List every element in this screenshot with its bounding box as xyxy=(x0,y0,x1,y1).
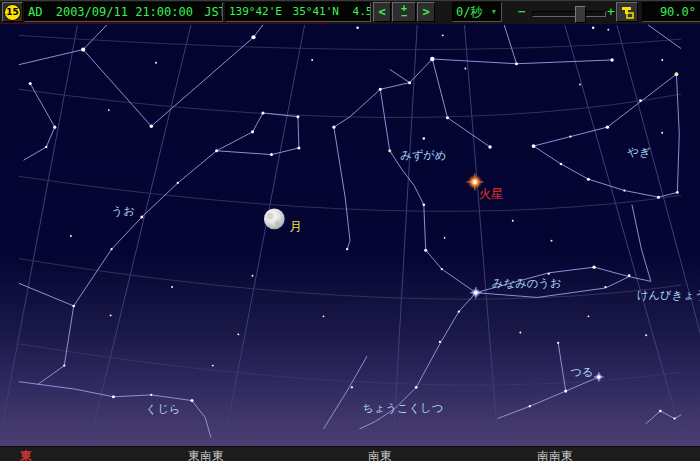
star xyxy=(215,149,218,152)
grid-line-horizontal xyxy=(19,259,681,300)
star xyxy=(423,137,425,139)
star xyxy=(53,126,56,129)
constellation-line xyxy=(334,89,380,249)
star xyxy=(150,394,152,396)
star xyxy=(548,273,550,275)
star xyxy=(424,249,427,252)
latitude-value: 35°41'N xyxy=(293,5,339,18)
constellation-label: みずがめ xyxy=(400,148,446,162)
zoom-slider-thumb[interactable] xyxy=(575,6,586,23)
star xyxy=(532,144,536,148)
step-minus-label[interactable]: − xyxy=(401,12,407,20)
star xyxy=(519,332,521,334)
star xyxy=(155,62,157,64)
star xyxy=(579,84,581,86)
grid-line-vertical xyxy=(464,25,497,438)
grid-line-vertical xyxy=(394,25,418,438)
zoom-out-label[interactable]: − xyxy=(518,4,526,19)
star xyxy=(190,399,193,402)
constellation-line xyxy=(324,356,368,429)
star xyxy=(171,286,173,288)
datetime-value: 2003/09/11 21:00:00 xyxy=(56,5,193,19)
star xyxy=(323,315,325,317)
star xyxy=(512,220,514,222)
elevation-value: 4.5 xyxy=(353,5,371,18)
animation-speed-display[interactable]: 0/秒 ▼ xyxy=(452,2,502,22)
star xyxy=(604,286,606,288)
direction-east: 東 xyxy=(20,448,32,461)
star xyxy=(346,248,348,250)
star xyxy=(444,237,446,239)
fov-display[interactable]: 90.0° xyxy=(642,2,700,22)
constellation-label: みなみのうお xyxy=(492,276,562,290)
constellation-line xyxy=(534,74,677,146)
star xyxy=(296,115,299,118)
star xyxy=(408,81,411,84)
star xyxy=(458,311,460,313)
star xyxy=(261,111,264,114)
grid-line-vertical xyxy=(617,25,700,438)
star xyxy=(675,72,679,76)
constellation-label: つる xyxy=(570,365,593,379)
time-step-forward-button[interactable]: > xyxy=(417,2,435,22)
settings-tool-button[interactable] xyxy=(616,2,638,22)
grid-line-vertical xyxy=(91,25,191,438)
star xyxy=(140,216,143,219)
constellation-label: くじら xyxy=(146,402,181,416)
mars-star[interactable] xyxy=(473,180,477,184)
star xyxy=(108,109,110,111)
star xyxy=(607,29,609,31)
location-display[interactable]: 139°42'E 35°41'N 4.5 xyxy=(225,2,371,22)
star xyxy=(560,163,563,166)
fov-value: 90.0° xyxy=(660,5,696,19)
star xyxy=(645,334,647,336)
constellation-line xyxy=(534,146,678,197)
star xyxy=(464,68,466,70)
star xyxy=(110,314,112,316)
grid-line-horizontal xyxy=(19,35,681,49)
star xyxy=(81,47,85,51)
time-step-back-button[interactable]: < xyxy=(373,2,391,22)
star xyxy=(623,189,625,191)
fomalhaut-star[interactable] xyxy=(474,291,477,294)
star xyxy=(212,365,214,367)
moon[interactable] xyxy=(264,209,285,230)
grid-line-vertical xyxy=(0,25,77,438)
star xyxy=(628,274,631,277)
star xyxy=(29,82,32,85)
constellation-line xyxy=(83,25,263,126)
star xyxy=(551,240,553,242)
star xyxy=(150,124,153,127)
star xyxy=(661,59,663,61)
constellation-line xyxy=(24,84,55,161)
datetime-display[interactable]: AD 2003/09/11 21:00:00 JST ▼ xyxy=(24,2,223,22)
star xyxy=(72,305,75,308)
sky-canvas[interactable]: うおみずがめやぎみなみのうおけんびきょうつるくじらちょうこくしつ月火星 xyxy=(0,24,700,446)
star-chart[interactable]: うおみずがめやぎみなみのうおけんびきょうつるくじらちょうこくしつ月火星 xyxy=(0,24,700,446)
star xyxy=(70,235,72,237)
star xyxy=(661,132,663,134)
star xyxy=(639,99,642,102)
star xyxy=(439,341,441,343)
star xyxy=(112,395,115,398)
direction-east-southeast: 東南東 xyxy=(188,448,224,461)
star xyxy=(587,178,590,181)
star xyxy=(237,333,239,335)
speed-dropdown-icon[interactable]: ▼ xyxy=(492,8,496,16)
moon-label: 月 xyxy=(289,220,301,234)
zoom-in-label[interactable]: + xyxy=(607,4,615,19)
star xyxy=(45,146,47,148)
zoom-slider[interactable] xyxy=(532,11,606,17)
constellation-label: けんびきょう xyxy=(637,288,700,302)
longitude-value: 139°42'E xyxy=(229,5,282,18)
star xyxy=(446,116,449,119)
star xyxy=(557,342,559,344)
star xyxy=(388,149,391,152)
star xyxy=(270,153,273,156)
frame-rate-button[interactable]: 15 xyxy=(2,2,23,22)
star xyxy=(659,410,662,413)
star xyxy=(177,182,179,184)
constellation-line xyxy=(648,25,681,49)
alnair-star[interactable] xyxy=(597,375,600,378)
time-step-size-button[interactable]: +− xyxy=(392,2,416,22)
